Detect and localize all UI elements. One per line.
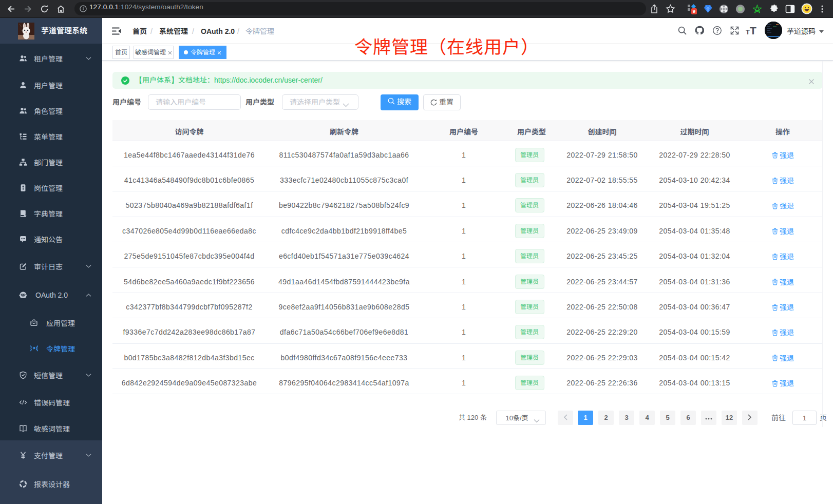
svg-text:9: 9 xyxy=(693,8,695,14)
